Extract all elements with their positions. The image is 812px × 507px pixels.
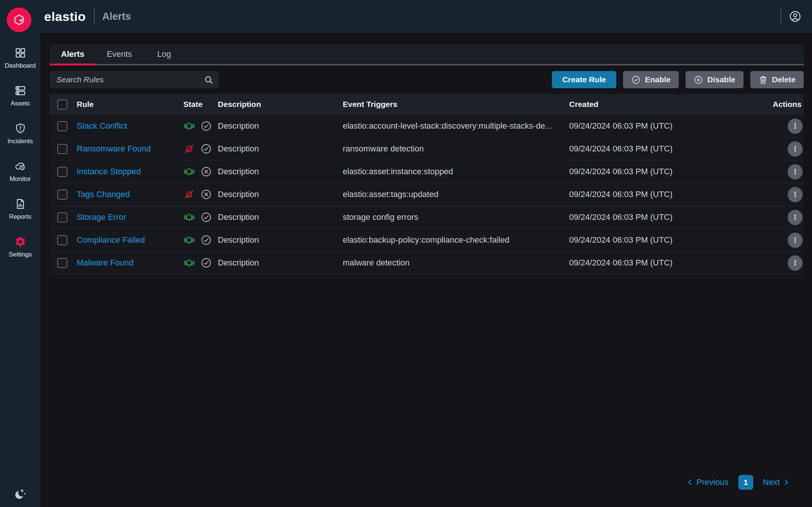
row-actions-kebab-button[interactable] — [788, 141, 803, 157]
kebab-icon — [791, 258, 800, 267]
description-cell: Description — [218, 235, 343, 245]
row-actions-kebab-button[interactable] — [788, 164, 803, 179]
circle-check-icon — [631, 75, 641, 84]
row-checkbox[interactable] — [57, 167, 67, 177]
sidebar-item-monitor[interactable]: Monitor — [0, 160, 40, 198]
sidebar: Dashboard Assets Incidents Monitor Repor… — [0, 33, 40, 507]
bell-ringing-icon — [183, 234, 195, 246]
settings-icon — [15, 236, 26, 248]
sidebar-item-settings[interactable]: Settings — [0, 236, 40, 274]
event-trigger-cell: ransomware detection — [343, 144, 569, 154]
row-checkbox[interactable] — [57, 235, 67, 245]
hexagon-logo-icon — [11, 12, 27, 28]
create-rule-button[interactable]: Create Rule — [552, 71, 617, 88]
row-actions-kebab-button[interactable] — [788, 210, 803, 225]
event-trigger-cell: storage config errors — [343, 212, 569, 222]
row-checkbox[interactable] — [57, 121, 67, 131]
kebab-icon — [791, 167, 800, 176]
sidebar-item-label: Dashboard — [4, 62, 36, 70]
row-checkbox[interactable] — [57, 190, 67, 200]
table-row: Instance Stopped Description elastio:ass… — [50, 160, 804, 183]
table-body: Stack Conflict Description elastio:accou… — [50, 115, 804, 274]
kebab-icon — [791, 213, 800, 222]
description-cell: Description — [218, 258, 343, 268]
rule-link[interactable]: Tags Changed — [77, 190, 130, 199]
row-checkbox[interactable] — [57, 258, 67, 268]
kebab-icon — [791, 236, 800, 245]
sidebar-item-reports[interactable]: Reports — [0, 198, 40, 236]
circle-x-icon — [201, 166, 212, 177]
disable-button[interactable]: Disable — [686, 71, 744, 88]
event-trigger-cell: elastio:backup-policy:compliance-check:f… — [343, 235, 569, 245]
next-page-button[interactable]: Next — [763, 477, 790, 487]
row-checkbox[interactable] — [57, 144, 67, 154]
tab-events[interactable]: Events — [95, 44, 143, 64]
delete-button[interactable]: Delete — [750, 71, 804, 88]
table-header: Rule State Description Event Triggers Cr… — [50, 94, 804, 115]
dashboard-icon — [15, 47, 26, 59]
circle-check-icon — [201, 120, 212, 132]
page-title: Alerts — [102, 11, 131, 22]
search-input[interactable] — [57, 75, 204, 84]
sidebar-item-label: Incidents — [7, 138, 33, 145]
previous-page-button[interactable]: Previous — [686, 477, 729, 487]
state-cell — [183, 212, 218, 223]
sidebar-item-label: Monitor — [10, 175, 31, 183]
chevron-right-icon — [782, 478, 790, 486]
user-divider — [781, 9, 781, 24]
rule-link[interactable]: Storage Error — [77, 212, 126, 222]
sidebar-item-assets[interactable]: Assets — [0, 85, 40, 123]
description-cell: Description — [218, 190, 343, 199]
rule-link[interactable]: Instance Stopped — [77, 167, 141, 176]
incidents-icon — [15, 123, 26, 134]
tab-log[interactable]: Log — [143, 44, 185, 64]
created-cell: 09/24/2024 06:03 PM (UTC) — [569, 121, 749, 131]
sidebar-item-dashboard[interactable]: Dashboard — [0, 47, 40, 85]
select-all-checkbox[interactable] — [57, 99, 67, 110]
bell-ringing-icon — [183, 212, 195, 223]
column-header-rule: Rule — [77, 100, 183, 109]
table-row: Tags Changed Description elastio:asset:t… — [50, 183, 804, 206]
user-icon — [789, 10, 802, 23]
sidebar-item-label: Settings — [9, 251, 31, 258]
enable-button[interactable]: Enable — [623, 71, 679, 88]
reports-icon — [15, 198, 26, 210]
row-checkbox[interactable] — [57, 212, 67, 222]
state-cell — [183, 120, 218, 132]
tab-bar: AlertsEventsLog — [50, 44, 804, 65]
search-icon[interactable] — [204, 75, 214, 85]
user-account-button[interactable] — [789, 10, 802, 23]
state-cell — [183, 257, 218, 269]
theme-toggle-button[interactable] — [13, 487, 27, 501]
moon-icon — [13, 487, 27, 501]
tab-alerts[interactable]: Alerts — [50, 44, 95, 64]
row-actions-kebab-button[interactable] — [788, 119, 803, 134]
table-row: Compliance Failed Description elastio:ba… — [50, 229, 804, 252]
alerts-panel: AlertsEventsLog Create Rule Enable Disab… — [50, 44, 804, 274]
bell-off-icon — [183, 143, 195, 155]
rule-link[interactable]: Stack Conflict — [77, 121, 127, 130]
brand-name: elastio — [44, 9, 86, 24]
circle-check-icon — [201, 143, 212, 154]
rule-link[interactable]: Ransomware Found — [77, 144, 151, 153]
state-cell — [183, 166, 218, 178]
assets-icon — [15, 85, 26, 96]
monitor-icon — [15, 160, 26, 172]
sidebar-item-incidents[interactable]: Incidents — [0, 123, 40, 160]
header-divider — [94, 9, 95, 24]
rule-link[interactable]: Malware Found — [77, 258, 134, 267]
page-number-button[interactable]: 1 — [738, 475, 753, 490]
event-trigger-cell: elastio:asset:instance:stopped — [343, 167, 569, 176]
event-trigger-cell: elastio:account-level-stack:discovery:mu… — [343, 121, 569, 131]
row-actions-kebab-button[interactable] — [788, 187, 803, 202]
description-cell: Description — [218, 167, 343, 176]
rule-link[interactable]: Compliance Failed — [77, 235, 145, 245]
state-cell — [183, 234, 218, 246]
pagination: Previous 1 Next — [686, 475, 790, 490]
created-cell: 09/24/2024 06:03 PM (UTC) — [569, 190, 749, 199]
kebab-icon — [791, 190, 800, 199]
column-header-created: Created — [569, 100, 749, 109]
row-actions-kebab-button[interactable] — [788, 255, 803, 271]
row-actions-kebab-button[interactable] — [788, 233, 803, 248]
elastio-logo[interactable] — [7, 7, 31, 32]
